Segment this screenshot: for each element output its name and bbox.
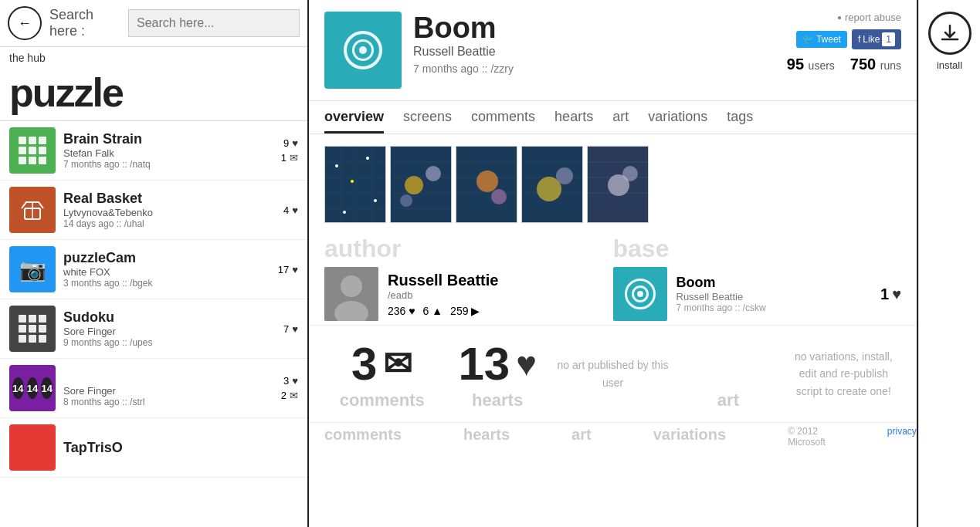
- copyright: © 2012 Microsoft: [788, 426, 826, 448]
- app-icon-real-basket: [9, 187, 56, 233]
- footer-labels: comments hearts art variations © 2012 Mi…: [309, 422, 917, 451]
- tab-tags[interactable]: tags: [727, 109, 753, 133]
- base-card[interactable]: Boom Russell Beattie 7 months ago :: /cs…: [613, 267, 902, 321]
- app-icon-badges: 14 14 14: [9, 365, 56, 411]
- app-name: Brain Strain: [63, 131, 273, 147]
- screenshot-3[interactable]: [456, 146, 517, 223]
- variations-footer-label: variations: [653, 426, 726, 448]
- svg-point-43: [341, 275, 362, 297]
- tab-screens[interactable]: screens: [403, 109, 452, 133]
- app-header-right: ● report abuse 🐦 Tweet f Like 1 95 users…: [787, 12, 901, 73]
- bottom-stats: 3 ✉ comments 13 ♥ hearts no art publishe…: [309, 326, 917, 422]
- app-time: 7 months ago :: /zzry: [413, 62, 775, 75]
- app-name: Real Basket: [63, 191, 276, 207]
- base-details: Boom Russell Beattie 7 months ago :: /cs…: [677, 275, 766, 313]
- no-variations-block: no variations, install, edit and re-publ…: [786, 337, 901, 410]
- tab-art[interactable]: art: [612, 109, 629, 133]
- author-avatar: [324, 267, 378, 321]
- app-stats-display: 95 users 750 runs: [787, 56, 901, 73]
- app-meta: 3 months ago :: /bgek: [63, 278, 270, 289]
- privacy-link[interactable]: privacy: [887, 426, 917, 448]
- app-stats: 7♥: [283, 323, 298, 335]
- base-name: Boom: [677, 275, 766, 291]
- author-section: author Russell Beattie /eadb 236 ♥ 6 ▲: [324, 235, 613, 321]
- svg-point-12: [366, 157, 369, 160]
- app-meta: 8 months ago :: /strl: [63, 397, 273, 407]
- sidebar: ← Search here : the hub puzzle Brain Str…: [0, 0, 309, 527]
- author-card[interactable]: Russell Beattie /eadb 236 ♥ 6 ▲ 259 ▶: [324, 267, 613, 321]
- svg-point-14: [374, 199, 377, 202]
- author-slug: /eadb: [388, 289, 498, 301]
- app-info: Brain Strain Stefan Falk 7 months ago ::…: [63, 131, 273, 170]
- app-title-section: Boom Russell Beattie 7 months ago :: /zz…: [413, 12, 775, 75]
- app-developer: Russell Beattie: [413, 45, 775, 59]
- svg-point-11: [335, 164, 338, 167]
- app-info: TapTrisO: [63, 440, 290, 456]
- install-button[interactable]: [928, 12, 972, 55]
- app-stats: 4♥: [283, 204, 298, 216]
- app-stats: 3♥ 2✉: [281, 375, 298, 401]
- app-list: Brain Strain Stefan Falk 7 months ago ::…: [0, 120, 307, 527]
- svg-point-41: [622, 166, 638, 181]
- app-name: puzzleCam: [63, 250, 270, 266]
- author-name: Russell Beattie: [388, 272, 498, 289]
- install-label: install: [937, 59, 962, 71]
- back-icon: ←: [18, 15, 32, 32]
- list-item[interactable]: Real Basket Lytvynova&Tebenko 14 days ag…: [0, 181, 307, 240]
- svg-point-21: [405, 176, 423, 194]
- no-art-block: no art published by this user: [555, 337, 670, 410]
- list-item[interactable]: TapTrisO: [0, 418, 307, 478]
- app-icon-taptrison: [9, 424, 56, 471]
- search-input[interactable]: [128, 9, 300, 37]
- app-icon-brain-strain: [9, 127, 56, 174]
- category-title: puzzle: [0, 69, 307, 120]
- tweet-button[interactable]: 🐦 Tweet: [796, 31, 847, 48]
- like-button[interactable]: f Like 1: [852, 29, 901, 49]
- hearts-stat: 13 ♥ hearts: [439, 337, 554, 410]
- app-meta: 14 days ago :: /uhal: [63, 218, 276, 229]
- tab-comments[interactable]: comments: [471, 109, 535, 133]
- tab-overview[interactable]: overview: [324, 109, 384, 133]
- author-base-section: author Russell Beattie /eadb 236 ♥ 6 ▲: [309, 231, 917, 326]
- art-label-block: art: [670, 337, 785, 410]
- screenshot-4[interactable]: [521, 146, 583, 223]
- app-author: white FOX: [63, 266, 270, 278]
- author-watermark: author: [324, 235, 613, 263]
- social-buttons: 🐦 Tweet f Like 1: [796, 29, 901, 49]
- author-stats: 236 ♥ 6 ▲ 259 ▶: [388, 305, 498, 317]
- base-icon: [613, 267, 667, 321]
- art-footer-label: art: [571, 426, 592, 448]
- tab-variations[interactable]: variations: [648, 109, 707, 133]
- app-name: [63, 369, 273, 385]
- app-info: Sudoku Sore Finger 9 months ago :: /upes: [63, 309, 276, 348]
- list-item[interactable]: Brain Strain Stefan Falk 7 months ago ::…: [0, 121, 307, 181]
- app-header: Boom Russell Beattie 7 months ago :: /zz…: [309, 0, 917, 101]
- art-label: art: [717, 390, 739, 410]
- comments-stat: 3 ✉ comments: [324, 337, 439, 410]
- app-name: Sudoku: [63, 309, 276, 326]
- comments-footer-label: comments: [324, 426, 402, 448]
- screenshot-5[interactable]: [587, 146, 649, 223]
- app-name: TapTrisO: [63, 440, 290, 456]
- search-label: Search here :: [49, 7, 120, 39]
- comments-count: 3 ✉: [351, 337, 412, 390]
- tab-hearts[interactable]: hearts: [554, 109, 593, 133]
- comments-label: comments: [340, 390, 425, 410]
- report-abuse-link[interactable]: ● report abuse: [837, 12, 901, 23]
- back-button[interactable]: ←: [8, 6, 42, 40]
- base-dev: Russell Beattie: [677, 291, 766, 302]
- svg-point-15: [343, 211, 346, 214]
- list-item[interactable]: 14 14 14 Sore Finger 8 months ago :: /st…: [0, 359, 307, 418]
- search-bar: ← Search here :: [0, 0, 307, 47]
- nav-tabs: overview screens comments hearts art var…: [309, 101, 917, 134]
- screenshot-2[interactable]: [390, 146, 452, 223]
- hub-label: the hub: [0, 47, 307, 69]
- screenshot-1[interactable]: [324, 146, 386, 223]
- app-author: Sore Finger: [63, 326, 276, 337]
- list-item[interactable]: 📷 puzzleCam white FOX 3 months ago :: /b…: [0, 240, 307, 299]
- svg-rect-3: [325, 147, 386, 223]
- hearts-footer-label: hearts: [463, 426, 510, 448]
- app-info: Sore Finger 8 months ago :: /strl: [63, 369, 273, 407]
- svg-point-22: [426, 166, 441, 181]
- list-item[interactable]: Sudoku Sore Finger 9 months ago :: /upes…: [0, 299, 307, 359]
